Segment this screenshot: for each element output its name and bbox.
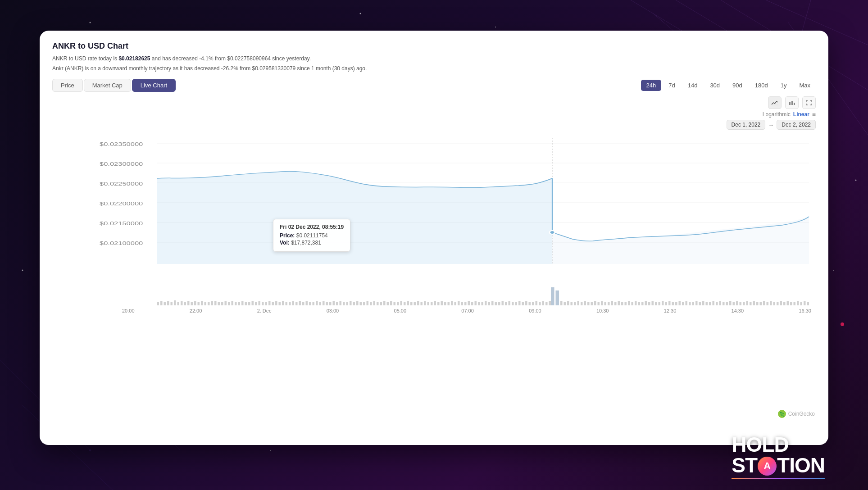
svg-rect-58 <box>214 301 217 305</box>
logo-circle: A <box>758 457 777 476</box>
bar-chart-btn[interactable] <box>785 96 799 109</box>
svg-rect-231 <box>800 302 803 305</box>
svg-rect-202 <box>702 301 704 305</box>
tab-live-chart[interactable]: Live Chart <box>132 79 176 92</box>
volume-area <box>52 284 816 306</box>
svg-rect-132 <box>464 302 467 305</box>
svg-rect-190 <box>662 301 664 305</box>
svg-point-21 <box>360 13 361 14</box>
svg-rect-221 <box>767 302 769 305</box>
svg-rect-94 <box>336 302 338 305</box>
svg-point-24 <box>22 270 23 271</box>
y-label-6: $0.02100000 <box>100 240 143 246</box>
svg-point-19 <box>90 22 91 23</box>
time-btn-30d[interactable]: 30d <box>704 80 725 91</box>
svg-rect-44 <box>167 301 169 305</box>
svg-rect-105 <box>373 301 376 305</box>
time-btn-7d[interactable]: 7d <box>663 80 680 91</box>
svg-rect-178 <box>621 302 623 305</box>
x-label-0500: 05:00 <box>394 308 407 313</box>
svg-rect-74 <box>268 301 271 305</box>
svg-rect-55 <box>205 302 207 305</box>
svg-rect-139 <box>488 302 491 305</box>
tab-market-cap[interactable]: Market Cap <box>84 79 131 92</box>
svg-rect-232 <box>804 301 806 305</box>
svg-rect-79 <box>286 302 288 305</box>
card-title: ANKR to USD Chart <box>52 41 816 51</box>
svg-rect-200 <box>695 301 698 305</box>
svg-rect-72 <box>262 302 264 305</box>
svg-rect-34 <box>794 103 795 105</box>
svg-rect-173 <box>604 302 607 305</box>
scale-row: Logarithmic Linear ≡ <box>52 111 816 118</box>
date-to[interactable]: Dec 2, 2022 <box>777 120 816 130</box>
time-btn-90d[interactable]: 90d <box>727 80 748 91</box>
svg-rect-111 <box>394 302 396 305</box>
svg-rect-194 <box>675 302 677 305</box>
svg-rect-77 <box>279 302 281 305</box>
svg-rect-203 <box>706 302 708 305</box>
logo-st: ST <box>732 455 757 476</box>
svg-rect-68 <box>248 302 250 305</box>
svg-rect-171 <box>598 302 600 305</box>
svg-rect-168 <box>587 302 590 305</box>
svg-rect-129 <box>454 302 457 305</box>
date-from[interactable]: Dec 1, 2022 <box>727 120 766 130</box>
logo-tion: TION <box>777 455 825 476</box>
svg-rect-192 <box>668 301 671 305</box>
svg-rect-176 <box>614 302 617 305</box>
chart-card: ANKR to USD Chart ANKR to USD rate today… <box>40 31 828 445</box>
svg-rect-81 <box>292 301 295 305</box>
svg-rect-100 <box>356 301 359 305</box>
x-label-0900: 09:00 <box>529 308 541 313</box>
svg-rect-209 <box>726 302 728 305</box>
time-btn-14d[interactable]: 14d <box>682 80 703 91</box>
svg-rect-157 <box>549 301 551 305</box>
expand-btn[interactable] <box>802 96 816 109</box>
time-btn-max[interactable]: Max <box>794 80 816 91</box>
svg-rect-118 <box>417 301 419 305</box>
svg-rect-223 <box>773 302 776 305</box>
svg-rect-115 <box>407 301 409 305</box>
x-label-2dec: 2. Dec <box>257 308 272 313</box>
line-chart-btn[interactable] <box>768 96 782 109</box>
svg-rect-177 <box>618 301 620 305</box>
svg-point-17 <box>89 449 91 451</box>
svg-rect-78 <box>282 301 284 305</box>
chart-fill-right <box>552 178 809 264</box>
svg-rect-109 <box>387 302 389 305</box>
svg-point-28 <box>270 450 271 451</box>
tab-price[interactable]: Price <box>52 79 83 92</box>
svg-rect-225 <box>780 301 782 305</box>
card-subtitle-1: ANKR to USD rate today is $0.02182625 an… <box>52 54 816 63</box>
svg-rect-45 <box>171 302 173 305</box>
svg-rect-130 <box>458 301 460 305</box>
svg-rect-233 <box>807 302 809 305</box>
svg-rect-122 <box>431 302 433 305</box>
svg-rect-107 <box>380 302 382 305</box>
svg-rect-53 <box>198 302 200 305</box>
svg-rect-76 <box>275 301 277 305</box>
time-btn-24h[interactable]: 24h <box>641 80 662 91</box>
logarithmic-option[interactable]: Logarithmic <box>763 111 791 118</box>
svg-rect-119 <box>421 302 423 305</box>
coingecko-icon: 🦎 <box>778 410 786 418</box>
time-btn-180d[interactable]: 180d <box>750 80 773 91</box>
logo-circle-letter: A <box>763 460 771 472</box>
logo-underline <box>732 478 825 479</box>
svg-rect-84 <box>302 302 304 305</box>
subtitle-text-after: and has decreased -4.1% from $0.02275809… <box>150 55 311 62</box>
svg-rect-110 <box>390 301 392 305</box>
svg-rect-140 <box>491 301 494 305</box>
svg-rect-184 <box>641 302 644 305</box>
svg-rect-70 <box>255 302 257 305</box>
svg-rect-206 <box>716 302 718 305</box>
svg-rect-134 <box>471 302 473 305</box>
svg-rect-112 <box>397 302 399 305</box>
linear-option[interactable]: Linear <box>793 111 809 118</box>
svg-rect-97 <box>346 302 349 305</box>
time-btn-1y[interactable]: 1y <box>775 80 792 91</box>
scale-menu-icon[interactable]: ≡ <box>812 111 816 118</box>
svg-rect-143 <box>502 301 504 305</box>
svg-rect-146 <box>512 302 514 305</box>
